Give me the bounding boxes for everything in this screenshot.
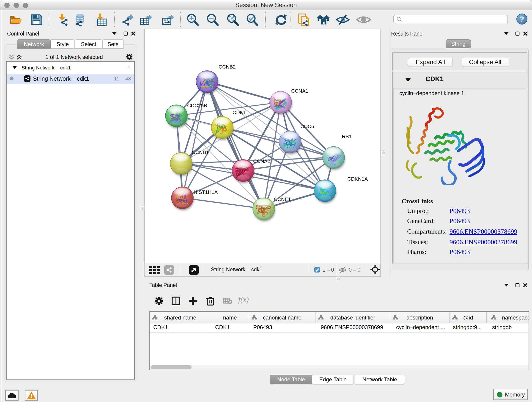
svg-text:CDC6: CDC6 bbox=[300, 123, 314, 129]
svg-text:CCNB1: CCNB1 bbox=[192, 149, 209, 155]
svg-text:CDKN1A: CDKN1A bbox=[347, 176, 368, 182]
svg-text:CCNA1: CCNA1 bbox=[291, 88, 308, 94]
svg-text:CCNE1: CCNE1 bbox=[274, 196, 291, 202]
svg-text:RB1: RB1 bbox=[342, 134, 352, 139]
svg-text:CDK1: CDK1 bbox=[233, 109, 246, 115]
svg-text:HIST1H1A: HIST1H1A bbox=[194, 189, 218, 195]
svg-text:CDC25B: CDC25B bbox=[187, 103, 207, 108]
svg-text:CCNB2: CCNB2 bbox=[219, 64, 236, 70]
svg-text:CCNA2: CCNA2 bbox=[253, 158, 270, 164]
